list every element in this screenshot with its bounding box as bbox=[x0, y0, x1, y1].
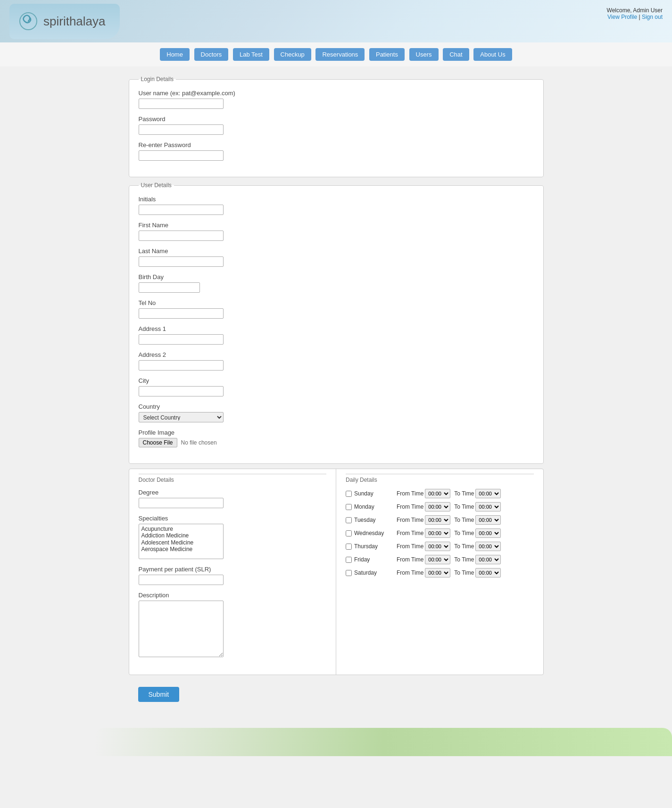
specialty-option-3[interactable]: Aerospace Medicine bbox=[141, 546, 221, 552]
nav-labtest[interactable]: Lab Test bbox=[233, 48, 269, 61]
monday-from-select[interactable]: 00:0001:0002:0003:00 04:0005:0006:0007:0… bbox=[425, 502, 450, 511]
username-input[interactable] bbox=[139, 99, 224, 109]
thursday-from-label: From Time bbox=[397, 543, 423, 550]
wednesday-from-label: From Time bbox=[397, 530, 423, 536]
password-input[interactable] bbox=[139, 124, 224, 135]
user-info: Welcome, Admin User View Profile | Sign … bbox=[607, 7, 663, 20]
monday-checkbox[interactable] bbox=[346, 504, 352, 510]
thursday-to-select[interactable]: 00:0001:0002:0003:00 04:0005:0006:0007:0… bbox=[475, 542, 501, 551]
lastname-label: Last Name bbox=[139, 247, 534, 255]
description-textarea[interactable] bbox=[139, 601, 224, 657]
submit-button[interactable]: Submit bbox=[138, 687, 180, 702]
specialty-option-1[interactable]: Addiction Medicine bbox=[141, 532, 221, 539]
sunday-to-select[interactable]: 00:0001:0002:0003:00 04:0005:0006:0007:0… bbox=[475, 489, 501, 498]
doctor-details-title: Doctor Details bbox=[139, 474, 327, 483]
tuesday-from-select[interactable]: 00:0001:0002:0003:00 04:0005:0006:0007:0… bbox=[425, 515, 450, 525]
country-select[interactable]: Select Country bbox=[139, 412, 224, 422]
address1-input[interactable] bbox=[139, 334, 224, 345]
bottom-bar bbox=[94, 728, 672, 756]
reenter-password-input[interactable] bbox=[139, 150, 224, 161]
wednesday-to-select[interactable]: 00:0001:0002:0003:00 04:0005:0006:0007:0… bbox=[475, 528, 501, 538]
wednesday-label: Wednesday bbox=[354, 530, 397, 536]
main-content: Login Details User name (ex: pat@example… bbox=[119, 76, 553, 709]
country-field: Country Select Country bbox=[139, 403, 534, 422]
sunday-to-label: To Time bbox=[454, 490, 474, 497]
reenter-password-field: Re-enter Password bbox=[139, 141, 534, 161]
submit-area: Submit bbox=[129, 680, 544, 709]
telno-input[interactable] bbox=[139, 308, 224, 319]
monday-to-select[interactable]: 00:0001:0002:0003:00 04:0005:0006:0007:0… bbox=[475, 502, 501, 511]
nav-doctors[interactable]: Doctors bbox=[194, 48, 229, 61]
sign-out-link[interactable]: Sign out bbox=[642, 14, 663, 20]
birthday-input[interactable] bbox=[139, 282, 200, 293]
degree-label: Degree bbox=[139, 489, 327, 496]
firstname-input[interactable] bbox=[139, 231, 224, 241]
sunday-label: Sunday bbox=[354, 490, 397, 497]
nav-patients[interactable]: Patients bbox=[369, 48, 405, 61]
specialties-select[interactable]: Acupuncture Addiction Medicine Adolescen… bbox=[139, 524, 224, 559]
friday-to-select[interactable]: 00:0001:0002:0003:00 04:0005:0006:0007:0… bbox=[475, 555, 501, 564]
tuesday-checkbox[interactable] bbox=[346, 517, 352, 523]
wednesday-from-select[interactable]: 00:0001:0002:0003:00 04:0005:0006:0007:0… bbox=[425, 528, 450, 538]
saturday-label: Saturday bbox=[354, 569, 397, 576]
file-input-area: Choose File No file chosen bbox=[139, 438, 534, 447]
tuesday-to-select[interactable]: 00:0001:0002:0003:00 04:0005:0006:0007:0… bbox=[475, 515, 501, 525]
description-label: Description bbox=[139, 592, 327, 599]
address2-input[interactable] bbox=[139, 360, 224, 371]
reenter-password-label: Re-enter Password bbox=[139, 141, 534, 148]
friday-checkbox[interactable] bbox=[346, 557, 352, 563]
description-field: Description bbox=[139, 592, 327, 659]
lastname-input[interactable] bbox=[139, 256, 224, 267]
specialty-option-2[interactable]: Adolescent Medicine bbox=[141, 539, 221, 546]
city-label: City bbox=[139, 377, 534, 384]
wednesday-to-label: To Time bbox=[454, 530, 474, 536]
nav-aboutus[interactable]: About Us bbox=[473, 48, 512, 61]
thursday-to-label: To Time bbox=[454, 543, 474, 550]
friday-from-select[interactable]: 00:0001:0002:0003:00 04:0005:0006:0007:0… bbox=[425, 555, 450, 564]
thursday-from-select[interactable]: 00:0001:0002:0003:00 04:0005:0006:0007:0… bbox=[425, 542, 450, 551]
header-links: View Profile | Sign out bbox=[607, 14, 663, 20]
thursday-label: Thursday bbox=[354, 543, 397, 550]
saturday-checkbox[interactable] bbox=[346, 570, 352, 576]
city-input[interactable] bbox=[139, 386, 224, 396]
bottom-sections: Doctor Details Degree Specialties Acupun… bbox=[129, 469, 544, 675]
degree-field: Degree bbox=[139, 489, 327, 508]
monday-from-label: From Time bbox=[397, 503, 423, 510]
username-label: User name (ex: pat@example.com) bbox=[139, 90, 534, 97]
initials-input[interactable] bbox=[139, 205, 224, 215]
view-profile-link[interactable]: View Profile bbox=[607, 14, 637, 20]
separator: | bbox=[639, 14, 640, 20]
sunday-checkbox[interactable] bbox=[346, 491, 352, 497]
specialties-field: Specialties Acupuncture Addiction Medici… bbox=[139, 515, 327, 559]
payment-input[interactable] bbox=[139, 575, 224, 585]
nav-users[interactable]: Users bbox=[409, 48, 439, 61]
specialty-option-0[interactable]: Acupuncture bbox=[141, 526, 221, 532]
tuesday-label: Tuesday bbox=[354, 517, 397, 523]
telno-label: Tel No bbox=[139, 299, 534, 306]
choose-file-button[interactable]: Choose File bbox=[139, 438, 177, 447]
no-file-label: No file chosen bbox=[181, 439, 217, 446]
birthday-label: Birth Day bbox=[139, 273, 534, 280]
daily-row-thursday: Thursday From Time 00:0001:0002:0003:00 … bbox=[346, 542, 534, 551]
saturday-from-select[interactable]: 00:0001:0002:0003:00 04:0005:0006:0007:0… bbox=[425, 568, 450, 577]
nav-chat[interactable]: Chat bbox=[443, 48, 469, 61]
nav-checkup[interactable]: Checkup bbox=[274, 48, 311, 61]
daily-row-friday: Friday From Time 00:0001:0002:0003:00 04… bbox=[346, 555, 534, 564]
password-field: Password bbox=[139, 115, 534, 135]
city-field: City bbox=[139, 377, 534, 396]
friday-from-label: From Time bbox=[397, 556, 423, 563]
user-details-legend: User Details bbox=[139, 182, 174, 189]
nav-reservations[interactable]: Reservations bbox=[315, 48, 365, 61]
degree-input[interactable] bbox=[139, 498, 224, 508]
daily-row-tuesday: Tuesday From Time 00:0001:0002:0003:00 0… bbox=[346, 515, 534, 525]
wednesday-checkbox[interactable] bbox=[346, 530, 352, 536]
specialties-label: Specialties bbox=[139, 515, 327, 522]
sunday-from-select[interactable]: 00:0001:0002:0003:00 04:0005:0006:0007:0… bbox=[425, 489, 450, 498]
monday-to-label: To Time bbox=[454, 503, 474, 510]
daily-row-monday: Monday From Time 00:0001:0002:0003:00 04… bbox=[346, 502, 534, 511]
daily-row-wednesday: Wednesday From Time 00:0001:0002:0003:00… bbox=[346, 528, 534, 538]
nav-home[interactable]: Home bbox=[160, 48, 190, 61]
saturday-to-select[interactable]: 00:0001:0002:0003:00 04:0005:0006:0007:0… bbox=[475, 568, 501, 577]
firstname-field: First Name bbox=[139, 222, 534, 241]
thursday-checkbox[interactable] bbox=[346, 544, 352, 550]
